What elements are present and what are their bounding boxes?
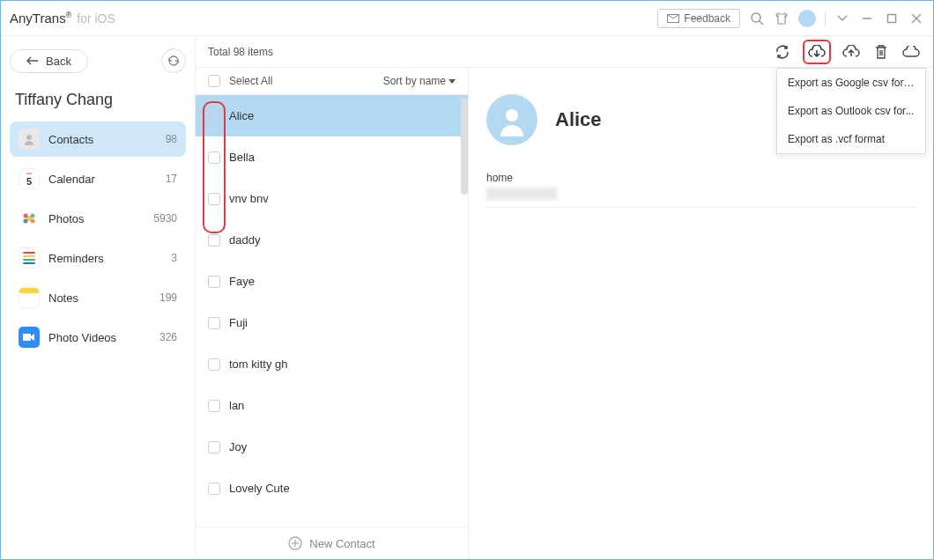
contact-item[interactable]: Faye xyxy=(196,261,468,302)
contact-item[interactable]: Joy xyxy=(196,426,468,468)
contact-item[interactable]: vnv bnv xyxy=(196,178,468,219)
sidebar-item-count: 326 xyxy=(159,331,177,343)
notes-icon xyxy=(19,287,40,308)
calendar-icon: •••5 xyxy=(19,168,40,189)
sidebar-item-count: 5930 xyxy=(153,212,177,225)
svg-point-12 xyxy=(31,219,35,224)
trash-icon[interactable] xyxy=(871,42,891,62)
contact-checkbox[interactable] xyxy=(208,193,220,205)
contact-item[interactable]: daddy xyxy=(196,219,468,261)
contact-item[interactable]: Lovely Cute xyxy=(196,468,468,509)
app-title: AnyTrans® xyxy=(10,11,71,26)
svg-point-11 xyxy=(24,219,28,224)
photovideos-icon xyxy=(19,327,40,348)
back-button[interactable]: Back xyxy=(10,49,88,73)
user-avatar[interactable] xyxy=(798,10,816,27)
cloud-upload-icon[interactable] xyxy=(841,42,861,62)
mail-icon xyxy=(667,14,679,23)
contact-checkbox[interactable] xyxy=(208,234,220,247)
total-count: Total 98 items xyxy=(208,46,273,58)
contact-label: lan xyxy=(229,399,244,412)
sidebar-item-label: Photo Videos xyxy=(48,331,116,344)
feedback-button[interactable]: Feedback xyxy=(657,9,740,28)
contacts-icon xyxy=(19,129,40,150)
close-button[interactable] xyxy=(908,11,924,26)
contact-item[interactable]: Alice xyxy=(196,95,468,136)
select-all-checkbox[interactable] xyxy=(208,75,220,87)
sidebar-item-calendar[interactable]: •••5Calendar17 xyxy=(10,161,186,196)
contact-checkbox[interactable] xyxy=(208,151,220,164)
triangle-down-icon xyxy=(448,79,456,84)
svg-line-2 xyxy=(760,21,763,25)
svg-point-1 xyxy=(752,13,760,22)
sidebar: Back Tiffany Chang Contacts98•••5Calenda… xyxy=(1,36,195,559)
sidebar-item-notes[interactable]: Notes199 xyxy=(10,280,186,315)
sidebar-item-count: 17 xyxy=(166,173,177,185)
reminders-icon xyxy=(19,247,40,269)
contact-label: daddy xyxy=(229,233,260,247)
sidebar-item-label: Reminders xyxy=(48,252,104,265)
contact-label: Joy xyxy=(229,440,247,453)
user-name: Tiffany Chang xyxy=(10,91,186,109)
contact-label: vnv bnv xyxy=(229,192,269,205)
contact-item[interactable]: lan xyxy=(196,385,468,426)
minimize-button[interactable] xyxy=(859,11,875,26)
select-all-label: Select All xyxy=(229,75,272,87)
contact-list: AliceBellavnv bnvdaddyFayeFujitom kitty … xyxy=(196,95,468,527)
svg-rect-13 xyxy=(23,334,31,341)
sidebar-item-reminders[interactable]: Reminders3 xyxy=(10,240,186,276)
chevron-down-icon[interactable] xyxy=(834,11,850,26)
new-contact-button[interactable]: New Contact xyxy=(196,527,468,559)
contact-list-panel: Select All Sort by name AliceBellavnv bn… xyxy=(196,68,469,559)
contact-checkbox[interactable] xyxy=(208,276,220,288)
sidebar-item-photo-videos[interactable]: Photo Videos326 xyxy=(10,320,186,355)
list-header: Select All Sort by name xyxy=(196,68,468,95)
contact-avatar xyxy=(486,94,537,145)
contact-label: Faye xyxy=(229,275,255,288)
contact-item[interactable]: Bella xyxy=(196,136,468,178)
detail-field-label: home xyxy=(486,172,915,184)
scrollbar[interactable] xyxy=(461,98,468,195)
titlebar: AnyTrans® for iOS Feedback xyxy=(1,1,933,36)
sidebar-item-photos[interactable]: Photos5930 xyxy=(10,201,186,236)
cloud-icon[interactable] xyxy=(901,42,921,62)
detail-divider xyxy=(486,207,915,208)
svg-rect-4 xyxy=(888,14,896,22)
export-vcf[interactable]: Export as .vcf format xyxy=(777,125,925,153)
contact-label: Fuji xyxy=(229,316,248,329)
contact-label: Bella xyxy=(229,151,255,164)
export-outlook-csv[interactable]: Export as Outlook csv for... xyxy=(777,97,925,125)
contact-checkbox[interactable] xyxy=(208,400,220,412)
svg-point-10 xyxy=(31,214,35,218)
shirt-icon[interactable] xyxy=(774,11,789,26)
sidebar-item-count: 3 xyxy=(171,252,177,264)
app-subtitle: for iOS xyxy=(77,11,115,26)
arrow-left-icon xyxy=(26,56,39,65)
contact-item[interactable]: tom kitty gh xyxy=(196,343,468,385)
contact-checkbox[interactable] xyxy=(208,358,220,371)
divider xyxy=(825,11,826,26)
contact-checkbox[interactable] xyxy=(208,441,220,453)
contact-checkbox[interactable] xyxy=(208,110,220,122)
sidebar-item-label: Notes xyxy=(48,291,78,305)
svg-point-17 xyxy=(506,109,518,122)
refresh-button[interactable] xyxy=(161,48,186,73)
photos-icon xyxy=(19,208,40,229)
contact-checkbox[interactable] xyxy=(208,317,220,329)
sort-dropdown[interactable]: Sort by name xyxy=(383,75,456,87)
contact-item[interactable]: Fuji xyxy=(196,302,468,343)
sidebar-item-contacts[interactable]: Contacts98 xyxy=(10,122,186,157)
sidebar-item-label: Photos xyxy=(48,212,84,225)
sidebar-item-label: Contacts xyxy=(48,133,93,146)
sync-icon[interactable] xyxy=(773,42,792,62)
export-dropdown-menu: Export as Google csv format Export as Ou… xyxy=(776,68,926,154)
sidebar-item-count: 98 xyxy=(166,133,177,145)
cloud-download-icon[interactable] xyxy=(803,40,831,64)
contact-checkbox[interactable] xyxy=(208,483,220,495)
contact-label: tom kitty gh xyxy=(229,357,287,371)
export-google-csv[interactable]: Export as Google csv format xyxy=(777,69,925,97)
detail-field-value xyxy=(486,188,557,200)
search-icon[interactable] xyxy=(749,11,765,26)
contact-label: Lovely Cute xyxy=(229,482,290,495)
maximize-button[interactable] xyxy=(884,11,900,26)
